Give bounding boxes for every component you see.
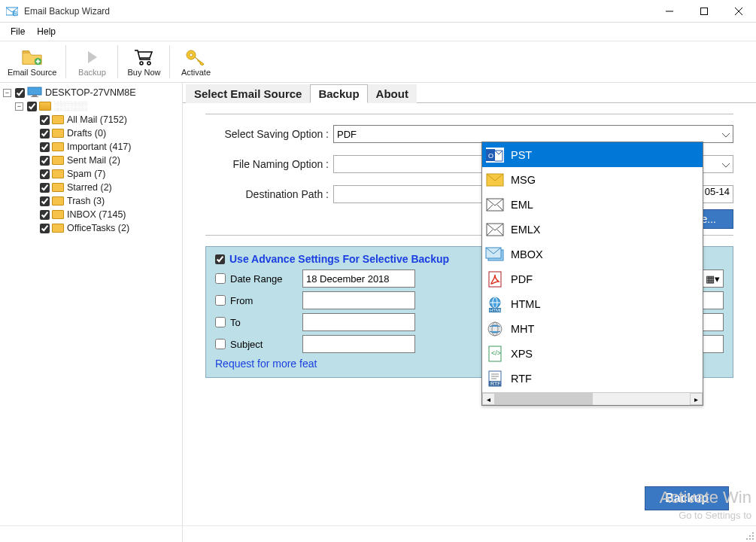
dropdown-option-label: MSG bbox=[511, 174, 536, 186]
dropdown-option-pst[interactable]: OPST bbox=[482, 142, 703, 167]
mbox-icon bbox=[485, 246, 505, 263]
saving-option-select[interactable]: PDF bbox=[333, 125, 733, 143]
scroll-right-button[interactable]: ▸ bbox=[690, 393, 703, 405]
horizontal-scrollbar[interactable]: ◂ ▸ bbox=[482, 392, 703, 405]
tree-checkbox[interactable] bbox=[40, 156, 50, 166]
scroll-left-button[interactable]: ◂ bbox=[482, 393, 495, 405]
eml-icon bbox=[485, 196, 505, 213]
tree-item-label: INBOX (7145) bbox=[67, 209, 126, 220]
tree-checkbox[interactable] bbox=[40, 169, 50, 179]
tree-item[interactable]: All Mail (7152) bbox=[2, 113, 181, 126]
from-checkbox[interactable] bbox=[215, 295, 226, 306]
tree-item[interactable]: INBOX (7145) bbox=[2, 208, 181, 221]
dropdown-option-eml[interactable]: EML bbox=[482, 192, 703, 217]
tree-item[interactable]: OfficeTasks (2) bbox=[2, 221, 181, 235]
scroll-thumb[interactable] bbox=[495, 393, 593, 405]
tree-checkbox[interactable] bbox=[40, 196, 50, 206]
dropdown-option-html[interactable]: HTMLHTML bbox=[482, 291, 703, 316]
close-button[interactable] bbox=[721, 0, 756, 23]
dropdown-option-label: XPS bbox=[511, 348, 533, 360]
advance-settings-checkbox[interactable] bbox=[215, 254, 225, 264]
dropdown-option-emlx[interactable]: EMLX bbox=[482, 217, 703, 242]
play-icon bbox=[81, 47, 102, 68]
tree-item-label: Spam (7) bbox=[67, 169, 105, 179]
menu-file[interactable]: File bbox=[5, 25, 31, 38]
xps-icon: </> bbox=[485, 346, 505, 362]
tree-item[interactable]: Spam (7) bbox=[2, 167, 181, 181]
tab-about[interactable]: About bbox=[368, 84, 417, 103]
svg-point-43 bbox=[746, 538, 748, 540]
tree-checkbox[interactable] bbox=[40, 183, 50, 193]
date-range-checkbox[interactable] bbox=[215, 273, 226, 284]
tree-checkbox[interactable] bbox=[15, 88, 25, 98]
tree-toggle[interactable]: − bbox=[15, 102, 23, 111]
tree-account-label: ░░░░░ bbox=[54, 101, 87, 111]
saving-option-dropdown[interactable]: OPSTMSGEMLEMLXMBOXPDFHTMLHTMLMHT</>XPSRT… bbox=[481, 142, 703, 406]
tree-checkbox[interactable] bbox=[40, 115, 50, 125]
advance-settings-title: Use Advance Settings For Selective Backu… bbox=[229, 253, 449, 265]
dropdown-option-mht[interactable]: MHT bbox=[482, 316, 703, 341]
calendar-icon[interactable]: ▦▾ bbox=[706, 273, 720, 285]
tree-item[interactable]: Important (417) bbox=[2, 140, 181, 154]
svg-text:RTF: RTF bbox=[490, 381, 500, 386]
dropdown-option-msg[interactable]: MSG bbox=[482, 167, 703, 192]
svg-text:HTML: HTML bbox=[490, 308, 502, 312]
svg-rect-24 bbox=[489, 272, 501, 287]
tree-item[interactable]: Starred (2) bbox=[2, 181, 181, 194]
toolbar-activate[interactable]: Activate bbox=[173, 45, 218, 78]
svg-text:O: O bbox=[488, 152, 493, 160]
subject-input-left[interactable] bbox=[302, 335, 415, 353]
toolbar-buy-now[interactable]: Buy Now bbox=[121, 45, 166, 78]
to-input-left[interactable] bbox=[302, 313, 415, 331]
dropdown-option-mbox[interactable]: MBOX bbox=[482, 242, 703, 266]
tree-checkbox[interactable] bbox=[40, 142, 50, 152]
chevron-down-icon bbox=[722, 129, 730, 140]
saving-option-value: PDF bbox=[337, 129, 357, 140]
destination-path-label: Destination Path : bbox=[205, 188, 333, 200]
from-input-left[interactable] bbox=[302, 291, 415, 309]
subject-checkbox[interactable] bbox=[215, 339, 226, 349]
resize-grip[interactable] bbox=[744, 530, 754, 540]
maximize-button[interactable] bbox=[687, 0, 721, 23]
svg-rect-3 bbox=[701, 8, 708, 14]
tree-toggle[interactable]: − bbox=[3, 89, 11, 97]
to-checkbox[interactable] bbox=[215, 317, 226, 327]
folder-icon bbox=[52, 156, 64, 165]
svg-point-45 bbox=[752, 538, 754, 540]
cart-icon bbox=[133, 47, 154, 68]
folder-tree[interactable]: − DESKTOP-27VNM8E − ░░░░░ All Mail (7152… bbox=[0, 83, 183, 542]
tab-backup[interactable]: Backup bbox=[310, 84, 367, 103]
svg-rect-14 bbox=[32, 95, 37, 96]
content-area: Select Email Source Backup About Select … bbox=[183, 83, 756, 542]
tree-item[interactable]: Sent Mail (2) bbox=[2, 154, 181, 167]
app-icon bbox=[5, 4, 20, 19]
tree-checkbox[interactable] bbox=[40, 210, 50, 220]
tree-item-label: Important (417) bbox=[67, 142, 131, 152]
tree-item[interactable]: Trash (3) bbox=[2, 194, 181, 208]
tree-item-label: Trash (3) bbox=[67, 196, 105, 206]
toolbar-backup[interactable]: Backup bbox=[69, 45, 114, 78]
dropdown-option-xps[interactable]: </>XPS bbox=[482, 341, 703, 366]
minimize-button[interactable] bbox=[652, 0, 687, 23]
tab-select-email-source[interactable]: Select Email Source bbox=[186, 84, 310, 103]
svg-rect-15 bbox=[31, 96, 38, 97]
menu-help[interactable]: Help bbox=[31, 25, 62, 38]
toolbar-email-source[interactable]: Email Source bbox=[2, 45, 62, 78]
dropdown-option-label: EMLX bbox=[511, 224, 541, 236]
pst-icon: O bbox=[485, 147, 505, 163]
toolbar: Email Source Backup Buy Now Activate bbox=[0, 41, 756, 83]
dropdown-option-rtf[interactable]: RTFRTF bbox=[482, 366, 703, 391]
dropdown-option-pdf[interactable]: PDF bbox=[482, 266, 703, 291]
folder-icon bbox=[52, 196, 64, 206]
from-label: From bbox=[230, 295, 253, 306]
tree-checkbox[interactable] bbox=[40, 224, 50, 233]
toolbar-label: Email Source bbox=[8, 68, 56, 77]
date-from-input[interactable]: 18 December 2018 bbox=[302, 269, 415, 288]
tree-item[interactable]: Drafts (0) bbox=[2, 126, 181, 140]
toolbar-label: Buy Now bbox=[127, 68, 160, 77]
tree-checkbox[interactable] bbox=[27, 102, 37, 111]
html-icon: HTML bbox=[485, 296, 505, 312]
dropdown-option-label: EML bbox=[511, 199, 533, 211]
saving-option-label: Select Saving Option : bbox=[205, 128, 333, 140]
tree-checkbox[interactable] bbox=[40, 129, 50, 139]
